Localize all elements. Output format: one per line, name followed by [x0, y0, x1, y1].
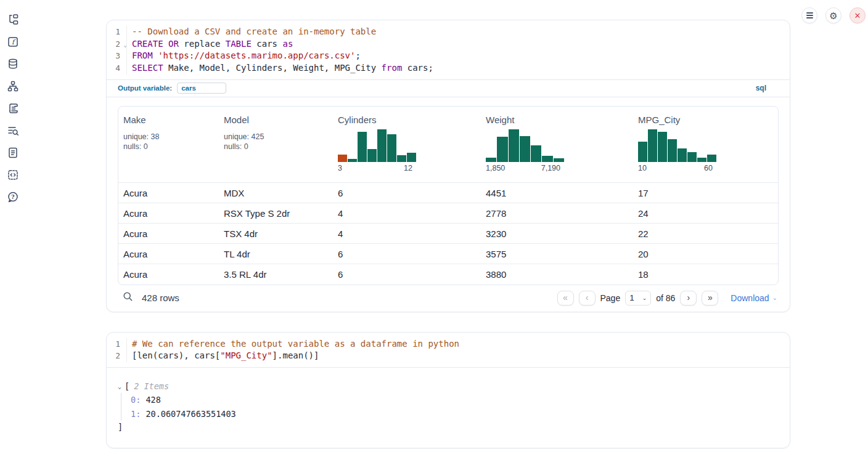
histogram-bar[interactable] [497, 137, 507, 162]
database-icon[interactable] [6, 58, 20, 70]
histogram-bar[interactable] [509, 129, 519, 162]
column-header[interactable]: Modelunique: 425nulls: 0 [219, 107, 333, 183]
menu-button[interactable] [801, 7, 817, 23]
hamburger-icon [806, 12, 813, 18]
search-icon[interactable] [123, 291, 133, 304]
histogram-bar[interactable] [697, 158, 706, 162]
table-row[interactable]: Acura3.5 RL 4dr6388018 [118, 264, 778, 285]
next-page-button[interactable]: › [680, 291, 697, 305]
snippets-code-icon[interactable] [6, 169, 20, 181]
table-row[interactable]: AcuraRSX Type S 2dr4277824 [118, 203, 778, 224]
column-name: Weight [486, 107, 628, 125]
table-cell: TL 4dr [219, 244, 333, 264]
table-cell: Acura [118, 183, 219, 203]
shutdown-button[interactable]: ✕ [850, 7, 866, 23]
documentation-icon[interactable] [6, 147, 20, 159]
code-line[interactable]: 1-- Download a CSV and create an in-memo… [107, 26, 790, 38]
histogram-bar[interactable] [338, 155, 347, 162]
output-variable-label: Output variable: [118, 84, 172, 92]
column-header[interactable]: Makeunique: 38nulls: 0 [118, 107, 219, 183]
line-number: 3 [107, 50, 127, 62]
code-line[interactable]: 2[len(cars), cars["MPG_City"].mean()] [107, 350, 790, 362]
open-bracket: [ [125, 381, 129, 391]
table-cell: 22 [633, 224, 778, 244]
logs-search-icon[interactable] [6, 124, 20, 137]
code-line[interactable]: 3FROM 'https://datasets.marimo.app/cars.… [107, 50, 790, 62]
help-icon[interactable]: ? [6, 191, 20, 203]
histogram-bar[interactable] [531, 145, 541, 162]
table-cell: 4 [333, 224, 481, 244]
histogram-bar[interactable] [397, 155, 406, 162]
dataframe-table: Makeunique: 38nulls: 0Modelunique: 425nu… [118, 106, 779, 285]
histogram-bar[interactable] [707, 155, 716, 162]
list-index: 1: [131, 409, 141, 419]
functions-icon[interactable]: f [6, 36, 20, 48]
python-code-editor[interactable]: 1# We can reference the output variable … [107, 333, 790, 367]
histogram-bar[interactable] [658, 132, 667, 162]
language-badge[interactable]: sql [756, 84, 766, 92]
histogram-bar[interactable] [367, 149, 377, 162]
line-number: 2⌄ [107, 38, 127, 51]
settings-button[interactable]: ⚙ [825, 7, 841, 23]
close-icon: ✕ [854, 11, 861, 20]
download-button[interactable]: Download ⌄ [731, 293, 777, 303]
close-bracket: ] [118, 421, 779, 433]
last-page-button[interactable]: » [702, 291, 718, 305]
histogram-bar[interactable] [648, 129, 657, 162]
histogram-bar[interactable] [554, 158, 564, 162]
code-line[interactable]: 1# We can reference the output variable … [107, 338, 790, 350]
prev-page-button[interactable]: ‹ [579, 291, 596, 305]
collapse-chevron-icon[interactable]: ⌄ [118, 383, 121, 390]
histogram-bar[interactable] [678, 148, 687, 162]
column-name: Cylinders [338, 107, 476, 125]
scratchpad-scroll-icon[interactable] [6, 102, 20, 115]
table-cell: 3230 [481, 224, 633, 244]
code-text: SELECT Make, Model, Cylinders, Weight, M… [132, 62, 433, 75]
table-row[interactable]: AcuraTL 4dr6357520 [118, 244, 778, 264]
histogram-bar[interactable] [668, 139, 677, 162]
sql-code-editor[interactable]: 1-- Download a CSV and create an in-memo… [107, 20, 790, 79]
output-variable-row: Output variable: sql [107, 79, 790, 97]
histogram-bar[interactable] [486, 158, 496, 162]
line-number: 4 [107, 62, 127, 75]
column-stats: unique: 425nulls: 0 [224, 132, 328, 152]
output-variable-input[interactable] [177, 83, 226, 94]
table-row[interactable]: AcuraMDX6445117 [118, 183, 778, 203]
histogram-bar[interactable] [638, 142, 647, 162]
dependency-graph-icon[interactable] [6, 80, 20, 92]
column-header[interactable]: MPG_City1060 [633, 107, 778, 183]
table-cell: 4451 [481, 183, 633, 203]
code-line[interactable]: 4SELECT Make, Model, Cylinders, Weight, … [107, 62, 790, 75]
code-line[interactable]: 2⌄CREATE OR replace TABLE cars as [107, 38, 790, 51]
column-header[interactable]: Weight1,8507,190 [481, 107, 633, 183]
python-output-area: ⌄ [ 2 Items 0: 4281: 20.060747663551403 … [107, 367, 790, 448]
file-explorer-icon[interactable] [6, 14, 20, 26]
code-text: # We can reference the output variable a… [132, 338, 459, 350]
list-value: 428 [141, 395, 161, 405]
histogram-bar[interactable] [358, 132, 367, 162]
histogram-bar[interactable] [377, 129, 387, 162]
topbar-controls: ⚙ ✕ [801, 7, 866, 23]
table-footer: 428 rows « ‹ Page 1 ⌄ of 86 › » Download… [118, 285, 779, 311]
table-header-row: Makeunique: 38nulls: 0Modelunique: 425nu… [118, 107, 778, 183]
list-value: 20.060747663551403 [141, 409, 235, 419]
page-select[interactable]: 1 ⌄ [625, 291, 651, 305]
page-label: Page [600, 293, 621, 303]
table-cell: RSX Type S 2dr [219, 203, 333, 224]
first-page-button[interactable]: « [557, 291, 574, 305]
table-cell: 2778 [481, 203, 633, 224]
line-number: 2 [107, 350, 127, 362]
histogram-bar[interactable] [687, 152, 697, 162]
histogram-bar[interactable] [542, 156, 552, 162]
code-text: [len(cars), cars["MPG_City"].mean()] [132, 350, 319, 362]
table-cell: TSX 4dr [219, 224, 333, 244]
table-row[interactable]: AcuraTSX 4dr4323022 [118, 224, 778, 244]
histogram-bar[interactable] [387, 134, 396, 162]
histogram-bar[interactable] [407, 153, 416, 162]
column-name: Make [123, 107, 214, 125]
histogram-bar[interactable] [348, 159, 357, 162]
chevron-down-icon: ⌄ [772, 294, 777, 301]
column-header[interactable]: Cylinders312 [333, 107, 481, 183]
histogram-bar[interactable] [520, 136, 530, 162]
code-text: FROM 'https://datasets.marimo.app/cars.c… [132, 50, 361, 62]
